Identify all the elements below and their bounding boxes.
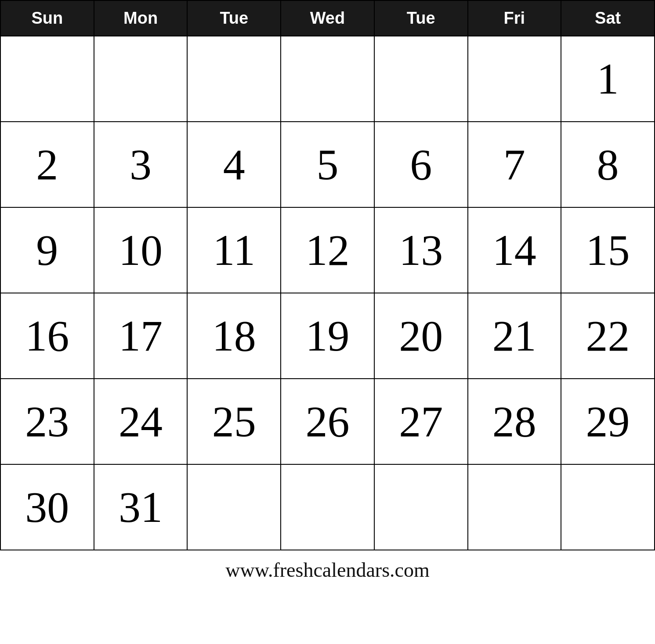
day-number-4: 4: [195, 127, 272, 203]
week-row-1: 2345678: [0, 122, 655, 207]
calendar-cell-3-1: 17: [94, 293, 188, 379]
calendar-cell-4-3: 26: [281, 379, 374, 464]
day-number-16: 16: [9, 298, 86, 374]
day-number-15: 15: [569, 212, 646, 288]
calendar-cell-1-5: 7: [468, 122, 561, 207]
calendar-cell-5-0: 30: [0, 464, 94, 550]
header-wed: Wed: [281, 0, 374, 36]
week-row-0: 1: [0, 36, 655, 122]
day-number-20: 20: [383, 298, 460, 374]
calendar-cell-2-1: 10: [94, 207, 188, 293]
calendar-cell-1-2: 4: [187, 122, 281, 207]
calendar-cell-1-0: 2: [0, 122, 94, 207]
calendar-cell-3-2: 18: [187, 293, 281, 379]
day-number-6: 6: [383, 127, 460, 203]
empty-day: [289, 41, 366, 117]
day-number-31: 31: [102, 469, 179, 545]
empty-day: [569, 469, 646, 545]
calendar-wrapper: Sun Mon Tue Wed Tue Fri Sat 123456789101…: [0, 0, 655, 586]
day-number-19: 19: [289, 298, 366, 374]
calendar-cell-0-6: 1: [561, 36, 655, 122]
header-tue: Tue: [187, 0, 281, 36]
calendar-cell-5-5: [468, 464, 561, 550]
day-number-18: 18: [195, 298, 272, 374]
header-mon: Mon: [94, 0, 188, 36]
calendar-cell-0-0: [0, 36, 94, 122]
calendar-cell-1-3: 5: [281, 122, 374, 207]
header-sat: Sat: [561, 0, 655, 36]
calendar-cell-5-4: [374, 464, 468, 550]
calendar-cell-0-3: [281, 36, 374, 122]
day-number-28: 28: [476, 384, 553, 459]
week-row-2: 9101112131415: [0, 207, 655, 293]
calendar-cell-5-6: [561, 464, 655, 550]
calendar-cell-0-1: [94, 36, 188, 122]
empty-day: [476, 41, 553, 117]
header-fri: Fri: [468, 0, 561, 36]
day-number-8: 8: [569, 127, 646, 203]
day-number-7: 7: [476, 127, 553, 203]
day-number-1: 1: [569, 41, 646, 117]
day-number-27: 27: [383, 384, 460, 459]
calendar-cell-2-3: 12: [281, 207, 374, 293]
calendar-cell-4-6: 29: [561, 379, 655, 464]
empty-day: [102, 41, 179, 117]
empty-day: [476, 469, 553, 545]
calendar-cell-1-6: 8: [561, 122, 655, 207]
empty-day: [9, 41, 86, 117]
week-row-4: 23242526272829: [0, 379, 655, 464]
calendar-cell-5-3: [281, 464, 374, 550]
day-number-17: 17: [102, 298, 179, 374]
calendar-cell-4-5: 28: [468, 379, 561, 464]
day-number-13: 13: [383, 212, 460, 288]
calendar-table: Sun Mon Tue Wed Tue Fri Sat 123456789101…: [0, 0, 655, 550]
calendar-cell-3-3: 19: [281, 293, 374, 379]
day-number-3: 3: [102, 127, 179, 203]
day-number-30: 30: [9, 469, 86, 545]
calendar-cell-0-4: [374, 36, 468, 122]
calendar-cell-5-2: [187, 464, 281, 550]
calendar-body: 1234567891011121314151617181920212223242…: [0, 36, 655, 550]
calendar-cell-1-4: 6: [374, 122, 468, 207]
day-number-26: 26: [289, 384, 366, 459]
day-number-29: 29: [569, 384, 646, 459]
week-row-5: 3031: [0, 464, 655, 550]
calendar-cell-2-6: 15: [561, 207, 655, 293]
empty-day: [383, 41, 460, 117]
calendar-cell-3-5: 21: [468, 293, 561, 379]
header-row: Sun Mon Tue Wed Tue Fri Sat: [0, 0, 655, 36]
calendar-cell-3-6: 22: [561, 293, 655, 379]
header-thu: Tue: [374, 0, 468, 36]
calendar-cell-4-0: 23: [0, 379, 94, 464]
day-number-12: 12: [289, 212, 366, 288]
day-number-10: 10: [102, 212, 179, 288]
calendar-cell-4-4: 27: [374, 379, 468, 464]
calendar-cell-4-2: 25: [187, 379, 281, 464]
calendar-cell-0-2: [187, 36, 281, 122]
calendar-cell-2-0: 9: [0, 207, 94, 293]
day-number-5: 5: [289, 127, 366, 203]
day-number-11: 11: [195, 212, 272, 288]
day-number-25: 25: [195, 384, 272, 459]
day-number-9: 9: [9, 212, 86, 288]
calendar-cell-2-2: 11: [187, 207, 281, 293]
calendar-cell-2-5: 14: [468, 207, 561, 293]
empty-day: [289, 469, 366, 545]
day-number-24: 24: [102, 384, 179, 459]
calendar-cell-1-1: 3: [94, 122, 188, 207]
footer-url: www.freshcalendars.com: [0, 550, 655, 586]
empty-day: [383, 469, 460, 545]
header-sun: Sun: [0, 0, 94, 36]
day-number-23: 23: [9, 384, 86, 459]
empty-day: [195, 469, 272, 545]
day-number-21: 21: [476, 298, 553, 374]
calendar-cell-0-5: [468, 36, 561, 122]
calendar-cell-3-0: 16: [0, 293, 94, 379]
day-number-2: 2: [9, 127, 86, 203]
day-number-14: 14: [476, 212, 553, 288]
calendar-cell-3-4: 20: [374, 293, 468, 379]
calendar-cell-5-1: 31: [94, 464, 188, 550]
empty-day: [195, 41, 272, 117]
day-number-22: 22: [569, 298, 646, 374]
calendar-cell-2-4: 13: [374, 207, 468, 293]
